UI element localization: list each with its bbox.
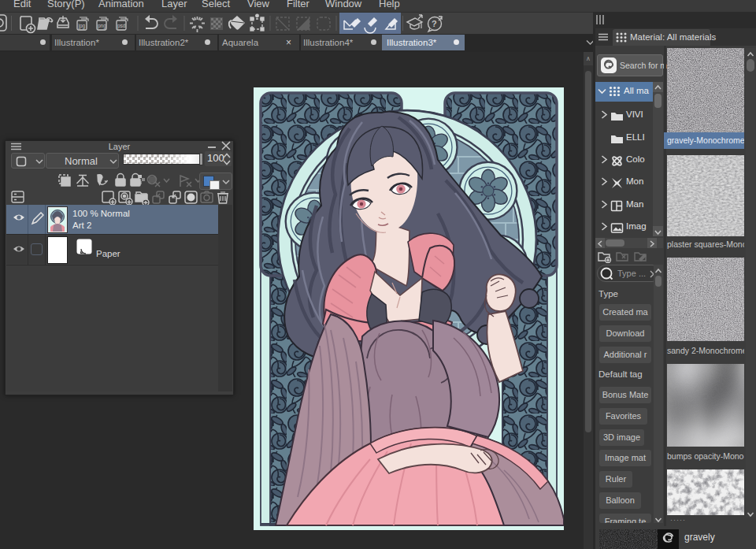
svg-text:?: ? (432, 19, 437, 28)
svg-text:png: png (98, 23, 106, 29)
svg-text:psd: psd (117, 23, 126, 29)
svg-text:jpg: jpg (78, 23, 86, 29)
